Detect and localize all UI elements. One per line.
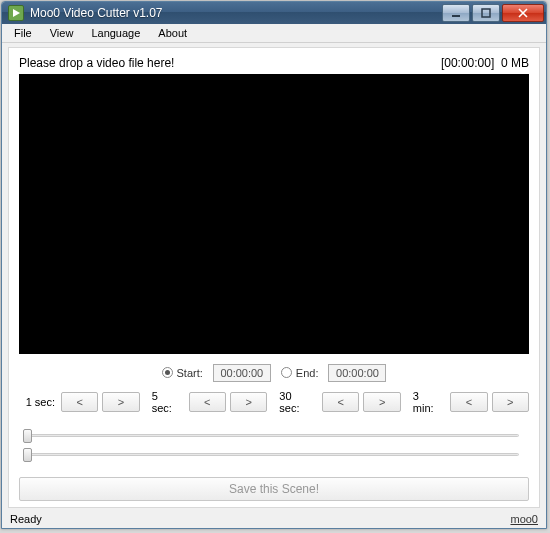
end-label: End:	[296, 367, 319, 379]
seek-back-3min-button[interactable]: <	[450, 392, 487, 412]
seek-fwd-1sec-button[interactable]: >	[102, 392, 139, 412]
start-radio[interactable]: Start:	[162, 367, 203, 379]
content-panel: Please drop a video file here! [00:00:00…	[8, 47, 540, 508]
minimize-button[interactable]	[442, 4, 470, 22]
seek-fwd-5sec-button[interactable]: >	[230, 392, 267, 412]
menu-about[interactable]: About	[150, 25, 195, 41]
end-time-input[interactable]: 00:00:00	[328, 364, 386, 382]
seek-back-30sec-button[interactable]: <	[322, 392, 359, 412]
slider-track	[29, 434, 519, 437]
slider-thumb[interactable]	[23, 448, 32, 462]
start-time-input[interactable]: 00:00:00	[213, 364, 271, 382]
brand-link[interactable]: moo0	[510, 513, 538, 525]
info-row: Please drop a video file here! [00:00:00…	[19, 56, 529, 70]
seek-back-5sec-button[interactable]: <	[189, 392, 226, 412]
video-preview[interactable]	[19, 74, 529, 354]
seek-1sec-label: 1 sec:	[19, 396, 55, 408]
sliders-group	[19, 424, 529, 465]
slider-track	[29, 453, 519, 456]
svg-rect-1	[452, 15, 460, 17]
app-window: Moo0 Video Cutter v1.07 File View Langua…	[1, 1, 547, 529]
menu-language[interactable]: Language	[83, 25, 148, 41]
maximize-button[interactable]	[472, 4, 500, 22]
radio-icon	[281, 367, 292, 378]
range-row: Start: 00:00:00 End: 00:00:00	[19, 364, 529, 382]
menu-view[interactable]: View	[42, 25, 82, 41]
filesize-display: 0 MB	[501, 56, 529, 70]
seek-3min-label: 3 min:	[413, 390, 442, 414]
window-title: Moo0 Video Cutter v1.07	[30, 6, 442, 20]
menu-bar: File View Language About	[2, 24, 546, 42]
end-radio[interactable]: End:	[281, 367, 319, 379]
start-label: Start:	[177, 367, 203, 379]
seek-5sec-label: 5 sec:	[152, 390, 181, 414]
seek-fwd-3min-button[interactable]: >	[492, 392, 529, 412]
end-slider[interactable]	[23, 446, 525, 462]
file-info: [00:00:00] 0 MB	[441, 56, 529, 70]
window-controls	[442, 4, 544, 22]
slider-thumb[interactable]	[23, 429, 32, 443]
svg-marker-0	[13, 9, 20, 17]
save-scene-button[interactable]: Save this Scene!	[19, 477, 529, 501]
app-icon	[8, 5, 24, 21]
status-text: Ready	[10, 513, 42, 525]
status-bar: Ready moo0	[2, 510, 546, 528]
start-slider[interactable]	[23, 427, 525, 443]
radio-icon	[162, 367, 173, 378]
timecode-display: [00:00:00]	[441, 56, 494, 70]
seek-30sec-label: 30 sec:	[279, 390, 314, 414]
drop-prompt: Please drop a video file here!	[19, 56, 174, 70]
seek-row: 1 sec: < > 5 sec: < > 30 sec: < > 3 min:…	[19, 390, 529, 414]
seek-fwd-30sec-button[interactable]: >	[363, 392, 400, 412]
close-button[interactable]	[502, 4, 544, 22]
titlebar[interactable]: Moo0 Video Cutter v1.07	[2, 2, 546, 24]
menu-file[interactable]: File	[6, 25, 40, 41]
svg-rect-2	[482, 9, 490, 17]
seek-back-1sec-button[interactable]: <	[61, 392, 98, 412]
